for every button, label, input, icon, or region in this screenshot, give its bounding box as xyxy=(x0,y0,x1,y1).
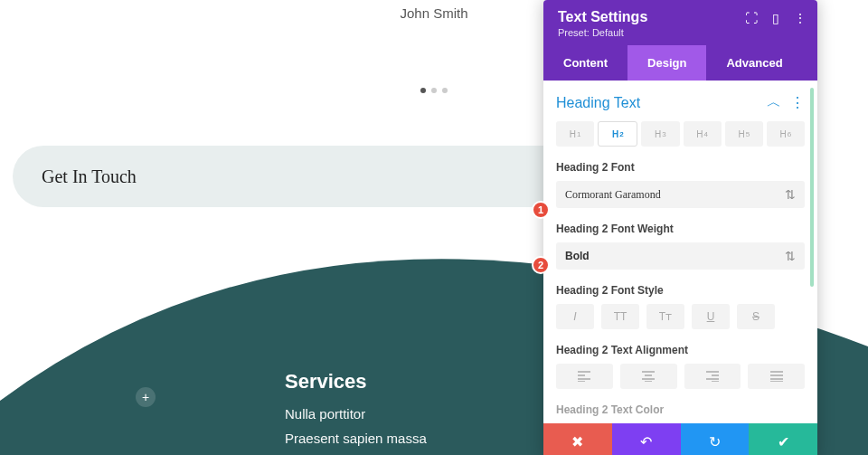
strikethrough-button[interactable]: S xyxy=(737,304,775,329)
section-heading-text[interactable]: Heading Text xyxy=(556,95,640,111)
close-icon: ✖ xyxy=(571,433,583,450)
weight-label: Heading 2 Font Weight xyxy=(556,223,805,235)
heading-tab-h6[interactable]: H6 xyxy=(767,121,805,147)
text-align-buttons xyxy=(556,364,805,389)
chevron-updown-icon: ⇅ xyxy=(785,251,796,261)
align-left-button[interactable] xyxy=(556,364,613,389)
get-in-touch-heading: Get In Touch xyxy=(42,166,137,187)
add-module-button[interactable]: + xyxy=(136,387,156,407)
underline-button[interactable]: U xyxy=(692,304,730,329)
align-right-button[interactable] xyxy=(684,364,741,389)
color-label: Heading 2 Text Color xyxy=(556,403,805,416)
section-more-icon[interactable]: ⋮ xyxy=(790,94,805,111)
heading-level-tabs: H1 H2 H3 H4 H5 H6 xyxy=(556,121,805,147)
panel-header[interactable]: Text Settings Preset: Default ⛶ ▯ ⋮ xyxy=(543,0,817,45)
service-link-1[interactable]: Nulla porttitor xyxy=(285,406,427,422)
align-justify-button[interactable] xyxy=(748,364,805,389)
service-link-2[interactable]: Praesent sapien massa xyxy=(285,431,427,446)
align-label: Heading 2 Text Alignment xyxy=(556,344,805,356)
more-icon[interactable]: ⋮ xyxy=(794,11,807,25)
redo-button[interactable]: ↻ xyxy=(681,423,750,455)
font-select-value: Cormorant Garamond xyxy=(565,188,661,202)
tab-design[interactable]: Design xyxy=(627,45,706,81)
font-select[interactable]: Cormorant Garamond ⇅ xyxy=(556,181,805,208)
heading-tab-h2[interactable]: H2 xyxy=(598,121,637,147)
snap-icon[interactable]: ▯ xyxy=(772,11,779,25)
check-icon: ✔ xyxy=(778,433,789,450)
heading-tab-h1[interactable]: H1 xyxy=(556,121,594,147)
save-button[interactable]: ✔ xyxy=(749,423,817,455)
panel-body: Heading Text ︿ ⋮ H1 H2 H3 H4 H5 H6 Headi… xyxy=(543,81,817,423)
uppercase-button[interactable]: TT xyxy=(601,304,639,329)
panel-preset[interactable]: Preset: Default xyxy=(558,27,803,38)
redo-icon: ↻ xyxy=(709,433,721,450)
weight-select-value: Bold xyxy=(565,250,590,262)
panel-tabs: Content Design Advanced xyxy=(543,45,817,81)
style-label: Heading 2 Font Style xyxy=(556,284,805,297)
services-column: Services Nulla porttitor Praesent sapien… xyxy=(285,370,427,455)
panel-action-bar: ✖ ↶ ↻ ✔ xyxy=(543,423,817,455)
services-heading: Services xyxy=(285,370,427,393)
smallcaps-button[interactable]: Tᴛ xyxy=(646,304,684,329)
font-label: Heading 2 Font xyxy=(556,161,805,174)
font-style-buttons: I TT Tᴛ U S xyxy=(556,304,805,329)
heading-tab-h3[interactable]: H3 xyxy=(641,121,679,147)
heading-tab-h4[interactable]: H4 xyxy=(684,121,722,147)
callout-badge-1: 1 xyxy=(532,201,550,219)
weight-select[interactable]: Bold ⇅ xyxy=(556,242,805,270)
callout-badge-2: 2 xyxy=(532,256,550,274)
carousel-dots xyxy=(420,88,448,93)
carousel-dot-1[interactable] xyxy=(420,88,426,93)
cancel-button[interactable]: ✖ xyxy=(543,423,612,455)
collapse-icon[interactable]: ︿ xyxy=(767,93,781,112)
carousel-dot-2[interactable] xyxy=(431,88,437,93)
expand-icon[interactable]: ⛶ xyxy=(745,11,758,25)
plus-icon: + xyxy=(142,390,149,404)
align-center-button[interactable] xyxy=(620,364,677,389)
text-settings-panel: Text Settings Preset: Default ⛶ ▯ ⋮ Cont… xyxy=(543,0,817,455)
tab-advanced[interactable]: Advanced xyxy=(706,45,802,81)
author-name: John Smith xyxy=(400,5,467,21)
italic-button[interactable]: I xyxy=(556,304,594,329)
chevron-updown-icon: ⇅ xyxy=(785,190,796,199)
tab-content[interactable]: Content xyxy=(543,45,627,81)
heading-tab-h5[interactable]: H5 xyxy=(725,121,763,147)
undo-button[interactable]: ↶ xyxy=(612,423,681,455)
undo-icon: ↶ xyxy=(640,433,652,450)
carousel-dot-3[interactable] xyxy=(442,88,448,93)
